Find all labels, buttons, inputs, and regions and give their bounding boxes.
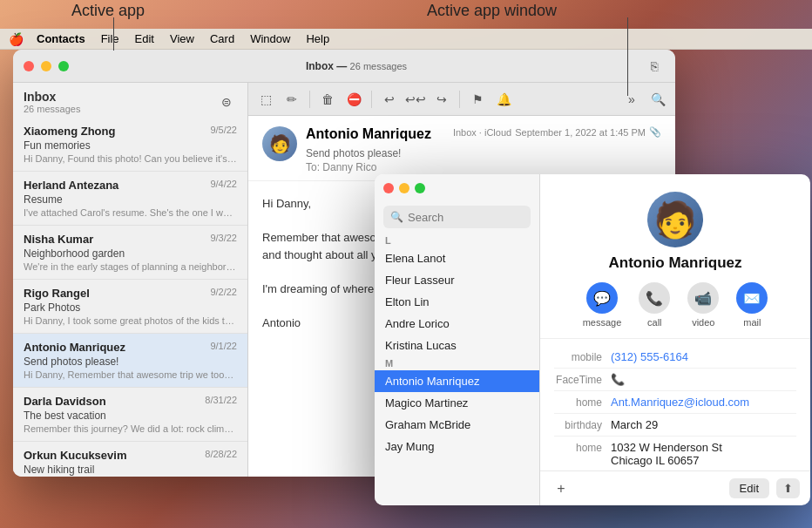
- contacts-minimize-button[interactable]: [399, 183, 409, 193]
- apple-icon: 🍎: [9, 32, 24, 46]
- delete-icon[interactable]: 🗑: [317, 89, 338, 110]
- field-address: home 1032 W Henderson StChicago IL 60657: [554, 437, 796, 470]
- call-icon-circle: 📞: [639, 282, 670, 314]
- search-input[interactable]: [383, 206, 531, 228]
- mail-action-label: mail: [743, 317, 761, 328]
- msg-sender-0: Xiaomeng Zhong: [24, 125, 115, 138]
- mail-detail-subject-text: Send photos please!: [306, 147, 401, 159]
- mail-message-5[interactable]: Darla Davidson 8/31/22 The best vacation…: [13, 388, 247, 442]
- add-contact-button[interactable]: +: [551, 478, 572, 499]
- mail-message-3[interactable]: Rigo Rangel 9/2/22 Park Photos Hi Danny,…: [13, 280, 247, 334]
- msg-sender-4: Antonio Manriquez: [24, 341, 125, 354]
- mail-message-2[interactable]: Nisha Kumar 9/3/22 Neighborhood garden W…: [13, 226, 247, 280]
- msg-subject-2: Neighborhood garden: [24, 247, 237, 260]
- mail-detail-toolbar: ⬚ ✏ 🗑 ⛔ ↩ ↩↩ ↪ ⚑ 🔔 » 🔍: [248, 83, 675, 116]
- menubar-card[interactable]: Card: [203, 30, 241, 47]
- msg-date-1: 9/4/22: [210, 179, 237, 192]
- message-action-label: message: [583, 317, 622, 328]
- mail-window-title: Inbox — 26 messages: [76, 60, 637, 72]
- field-facetime: FaceTime 📞: [554, 369, 796, 391]
- msg-preview-5: Remember this journey? We did a lot: roc…: [24, 423, 237, 434]
- mail-message-1[interactable]: Herland Antezana 9/4/22 Resume I've atta…: [13, 172, 247, 226]
- mail-message-0[interactable]: Xiaomeng Zhong 9/5/22 Fun memories Hi Da…: [13, 118, 247, 172]
- reply-icon[interactable]: ↩: [379, 89, 400, 110]
- menubar-edit[interactable]: Edit: [128, 30, 161, 47]
- edit-contact-button[interactable]: Edit: [729, 478, 769, 498]
- contacts-bottom-right: Edit ⬆: [729, 478, 800, 498]
- msg-subject-0: Fun memories: [24, 139, 237, 152]
- field-value-birthday: March 29: [611, 418, 796, 431]
- contact-andre-lorico[interactable]: Andre Lorico: [375, 313, 539, 335]
- msg-sender-1: Herland Antezana: [24, 179, 118, 192]
- contact-elton-lin[interactable]: Elton Lin: [375, 291, 539, 313]
- contact-kristina-lucas[interactable]: Kristina Lucas: [375, 335, 539, 356]
- menubar: 🍎 Contacts File Edit View Card Window He…: [0, 29, 812, 50]
- contact-jay-mung[interactable]: Jay Mung: [375, 436, 539, 457]
- mail-message-4[interactable]: Antonio Manriquez 9/1/22 Send photos ple…: [13, 334, 247, 388]
- compose-icon[interactable]: ✏: [281, 89, 302, 110]
- call-action-label: call: [647, 317, 662, 328]
- search-icon[interactable]: 🔍: [647, 89, 668, 110]
- field-value-mobile[interactable]: (312) 555-6164: [611, 350, 796, 363]
- menubar-window[interactable]: Window: [243, 30, 297, 47]
- close-button[interactable]: [24, 61, 34, 71]
- reply-all-icon[interactable]: ↩↩: [405, 89, 426, 110]
- mail-sidebar-header: Inbox 26 messages ⊜: [13, 83, 247, 118]
- mail-detail-header: 🧑 Antonio Manriquez Send photos please! …: [248, 116, 675, 181]
- maximize-button[interactable]: [58, 61, 69, 71]
- mail-detail-sender: Antonio Manriquez: [306, 126, 444, 142]
- more-icon[interactable]: »: [621, 89, 642, 110]
- sender-avatar: 🧑: [262, 126, 297, 161]
- msg-date-4: 9/1/22: [210, 341, 237, 354]
- field-value-facetime[interactable]: 📞: [611, 373, 796, 386]
- contact-magico-martinez[interactable]: Magico Martinez: [375, 392, 539, 414]
- field-value-email[interactable]: Ant.Manriquez@icloud.com: [611, 396, 796, 409]
- contacts-group-L: L: [375, 234, 539, 247]
- message-icon-circle: 💬: [586, 282, 618, 314]
- msg-preview-0: Hi Danny, Found this photo! Can you beli…: [24, 153, 237, 164]
- mail-detail-to: To: Danny Rico: [306, 161, 444, 173]
- field-label-email: home: [554, 396, 611, 409]
- msg-date-6: 8/28/22: [205, 449, 237, 462]
- toolbar-separator-2: [371, 91, 372, 108]
- mail-action-button[interactable]: ✉️ mail: [736, 282, 768, 328]
- contact-elena-lanot[interactable]: Elena Lanot: [375, 247, 539, 269]
- contact-antonio-manriquez[interactable]: Antonio Manriquez: [375, 370, 539, 392]
- menubar-view[interactable]: View: [163, 30, 201, 47]
- mail-detail-date: September 1, 2022 at 1:45 PM: [515, 127, 646, 138]
- active-app-window-annotation: Active app window: [427, 2, 557, 20]
- mail-titlebar: Inbox — 26 messages ⎘: [13, 50, 675, 83]
- apple-menu[interactable]: 🍎: [7, 30, 24, 48]
- contacts-maximize-button[interactable]: [415, 183, 425, 193]
- contact-graham-mcbride[interactable]: Graham McBride: [375, 414, 539, 436]
- mail-message-list: Xiaomeng Zhong 9/5/22 Fun memories Hi Da…: [13, 118, 247, 477]
- video-action-button[interactable]: 📹 video: [687, 282, 719, 328]
- archive-icon[interactable]: ⬚: [255, 89, 276, 110]
- forward-icon[interactable]: ↪: [431, 89, 452, 110]
- junk-icon[interactable]: ⛔: [343, 89, 364, 110]
- share-contact-button[interactable]: ⬆: [776, 478, 800, 498]
- search-icon: 🔍: [390, 211, 403, 223]
- contacts-traffic-lights: [375, 174, 539, 197]
- notification-icon[interactable]: 🔔: [493, 89, 514, 110]
- contacts-close-button[interactable]: [383, 183, 394, 193]
- contact-avatar: 🧑: [647, 192, 703, 247]
- menubar-file[interactable]: File: [94, 30, 126, 47]
- msg-date-5: 8/31/22: [205, 395, 237, 408]
- mail-compose-icon[interactable]: ⎘: [644, 56, 665, 77]
- flag-icon[interactable]: ⚑: [467, 89, 488, 110]
- sidebar-filter-icon[interactable]: ⊜: [216, 91, 237, 112]
- contacts-bottom-bar: + Edit ⬆: [540, 470, 810, 505]
- msg-preview-4: Hi Danny, Remember that awesome trip we …: [24, 369, 237, 380]
- active-app-annotation: Active app: [71, 2, 145, 20]
- contact-fleur-lasseur[interactable]: Fleur Lasseur: [375, 269, 539, 291]
- mail-message-6[interactable]: Orkun Kucuksevim 8/28/22 New hiking trai…: [13, 442, 247, 477]
- minimize-button[interactable]: [41, 61, 51, 71]
- msg-subject-3: Park Photos: [24, 301, 237, 314]
- call-action-button[interactable]: 📞 call: [639, 282, 670, 328]
- menubar-help[interactable]: Help: [299, 30, 336, 47]
- menubar-contacts[interactable]: Contacts: [30, 30, 92, 47]
- message-action-button[interactable]: 💬 message: [583, 282, 622, 328]
- attachment-icon: 📎: [649, 126, 661, 138]
- inbox-title: Inbox: [24, 90, 80, 104]
